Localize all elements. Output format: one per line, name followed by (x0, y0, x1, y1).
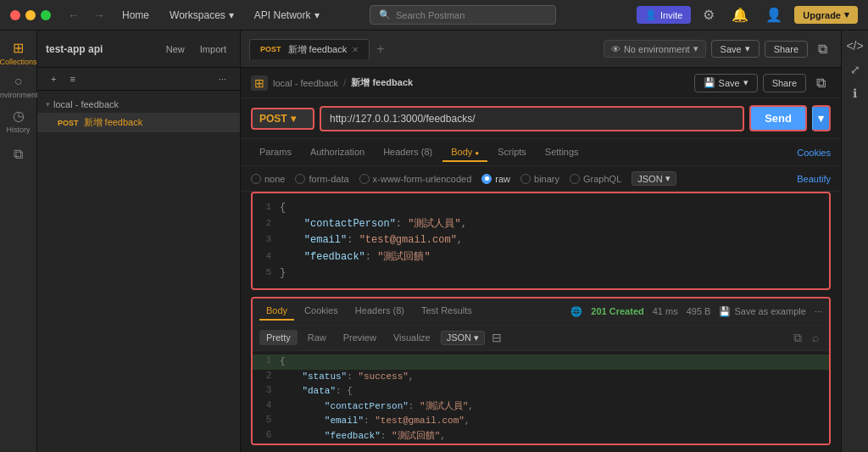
response-dots-menu[interactable]: ··· (815, 306, 822, 316)
tab-settings[interactable]: Settings (537, 143, 587, 162)
resp-line-2: 2 "status": "success", (253, 370, 829, 385)
save-button[interactable]: Save ▾ (711, 40, 760, 58)
code-line-4: 4 "feedback": "測試回饋" (253, 249, 829, 265)
beautify-button[interactable]: Beautify (797, 174, 831, 184)
avatar-button[interactable]: 👤 (760, 5, 787, 25)
environment-select[interactable]: 👁 No environment ▾ (604, 40, 706, 58)
body-opt-none[interactable]: none (251, 174, 285, 184)
right-rail: </> ⤢ ℹ (841, 31, 868, 452)
url-input[interactable] (320, 106, 744, 131)
collection-item[interactable]: ▾ local - feedback (37, 96, 240, 113)
request-item[interactable]: POST 新增 feedback (37, 113, 240, 132)
breadcrumb-share-button[interactable]: Share (763, 74, 806, 92)
json-format-select[interactable]: JSON ▾ (632, 171, 676, 186)
view-raw[interactable]: Raw (301, 330, 333, 345)
resp-tab-headers[interactable]: Headers (8) (348, 302, 411, 321)
resp-tab-test-results[interactable]: Test Results (415, 302, 479, 321)
request-body-editor[interactable]: 1 { 2 "contactPerson": "測試人員", 3 "email"… (251, 192, 831, 290)
notifications-button[interactable]: 🔔 (726, 5, 754, 25)
title-bar: ← → Home Workspaces ▾ API Network ▾ 🔍 Se… (0, 0, 868, 31)
save-example-button[interactable]: 💾 Save as example (719, 306, 805, 317)
resp-tab-body[interactable]: Body (259, 302, 294, 321)
invite-button[interactable]: 👤 Invite (637, 6, 691, 24)
sidebar-item-collections[interactable]: ⊞ Collections (3, 37, 34, 68)
send-chevron-button[interactable]: ▾ (812, 105, 831, 131)
search-response-icon[interactable]: ⌕ (809, 329, 822, 347)
add-collection-button[interactable]: + (46, 71, 61, 86)
response-json-format[interactable]: JSON ▾ (441, 331, 485, 345)
tab-right: 👁 No environment ▾ Save ▾ Share ⧉ (604, 40, 832, 59)
body-opt-binary[interactable]: binary (520, 174, 559, 184)
user-icon: 👤 (645, 9, 657, 20)
import-button[interactable]: Import (195, 42, 231, 57)
send-button[interactable]: Send (749, 105, 807, 131)
body-opt-urlencoded[interactable]: x-www-form-urlencoded (359, 174, 472, 184)
breadcrumb-current: 新增 feedback (351, 76, 413, 89)
api-network-nav[interactable]: API Network ▾ (248, 6, 326, 25)
breadcrumb: ⊞ local - feedback / 新增 feedback 💾 Save … (241, 68, 841, 98)
resp-line-1: 1 { (253, 354, 829, 370)
view-preview[interactable]: Preview (337, 330, 383, 345)
request-name: 新增 feedback (84, 116, 231, 129)
environments-icon: ○ (14, 74, 23, 89)
resize-icon[interactable]: ⤢ (845, 61, 865, 78)
panel-expand-icon[interactable]: ⧉ (813, 40, 832, 59)
body-opt-form-data[interactable]: form-data (295, 174, 348, 184)
globe-icon: 🌐 (570, 306, 582, 317)
tab-params[interactable]: Params (251, 143, 300, 162)
search-bar[interactable]: 🔍 Search Postman (370, 5, 556, 25)
minimize-button[interactable] (25, 10, 36, 20)
breadcrumb-collection-icon: ⊞ (251, 75, 268, 91)
body-opt-graphql[interactable]: GraphQL (570, 174, 621, 184)
tab-headers[interactable]: Headers (8) (375, 143, 441, 162)
radio-raw (481, 174, 492, 184)
method-chevron-icon: ▾ (291, 113, 296, 125)
breadcrumb-save-chevron-icon: ▾ (743, 77, 748, 88)
request-area: ⊞ local - feedback / 新增 feedback 💾 Save … (241, 68, 841, 452)
collections-panel: test-app api New Import + ≡ ··· ▾ local … (37, 31, 241, 452)
title-right: 👤 Invite ⚙ 🔔 👤 Upgrade ▾ (637, 5, 858, 25)
tab-scripts[interactable]: Scripts (489, 143, 535, 162)
info-icon[interactable]: ℹ (848, 85, 862, 102)
code-icon[interactable]: </> (841, 37, 868, 54)
sidebar-item-mock[interactable]: ⧉ (3, 139, 34, 170)
workspaces-nav[interactable]: Workspaces ▾ (163, 6, 241, 25)
upgrade-button[interactable]: Upgrade ▾ (794, 6, 858, 24)
forward-button[interactable]: → (90, 7, 108, 24)
back-button[interactable]: ← (64, 7, 83, 24)
settings-button[interactable]: ⚙ (698, 5, 720, 25)
breadcrumb-more-icon[interactable]: ⧉ (811, 74, 831, 92)
tab-post-feedback[interactable]: POST 新增 feedback ✕ (249, 39, 370, 59)
panel-header: test-app api New Import (37, 31, 240, 68)
share-button[interactable]: Share (765, 41, 808, 58)
workspaces-chevron-icon: ▾ (229, 9, 234, 21)
sidebar-item-environments[interactable]: ○ Environments (3, 71, 34, 102)
close-button[interactable] (10, 10, 20, 20)
menu-button[interactable]: ≡ (64, 71, 80, 86)
tab-add-button[interactable]: + (373, 42, 387, 57)
cookies-link[interactable]: Cookies (797, 148, 831, 158)
code-line-3: 3 "email": "test@gmail.com", (253, 232, 829, 248)
main-content: POST 新增 feedback ✕ + 👁 No environment ▾ … (241, 31, 841, 452)
fullscreen-button[interactable] (41, 10, 51, 20)
home-nav[interactable]: Home (115, 6, 156, 25)
view-pretty[interactable]: Pretty (259, 330, 298, 345)
url-bar: POST ▾ Send ▾ (241, 98, 841, 139)
radio-urlencoded (359, 174, 370, 184)
tab-authorization[interactable]: Authorization (302, 143, 373, 162)
filter-icon[interactable]: ⊟ (488, 329, 505, 346)
tab-close-icon[interactable]: ✕ (352, 45, 359, 54)
view-visualize[interactable]: Visualize (387, 330, 437, 345)
history-icon: ◷ (13, 108, 25, 124)
copy-icon[interactable]: ⧉ (790, 329, 805, 347)
tab-body[interactable]: Body ● (442, 143, 487, 162)
tab-method-badge: POST (260, 45, 281, 53)
floppy-icon: 💾 (704, 77, 715, 88)
sidebar-item-history[interactable]: ◷ History (3, 105, 34, 136)
breadcrumb-save-button[interactable]: 💾 Save ▾ (694, 74, 758, 92)
method-select[interactable]: POST ▾ (251, 108, 314, 130)
resp-tab-cookies[interactable]: Cookies (298, 302, 345, 321)
new-button[interactable]: New (161, 42, 190, 57)
body-opt-raw[interactable]: raw (481, 174, 510, 184)
dots-button[interactable]: ··· (214, 71, 231, 86)
